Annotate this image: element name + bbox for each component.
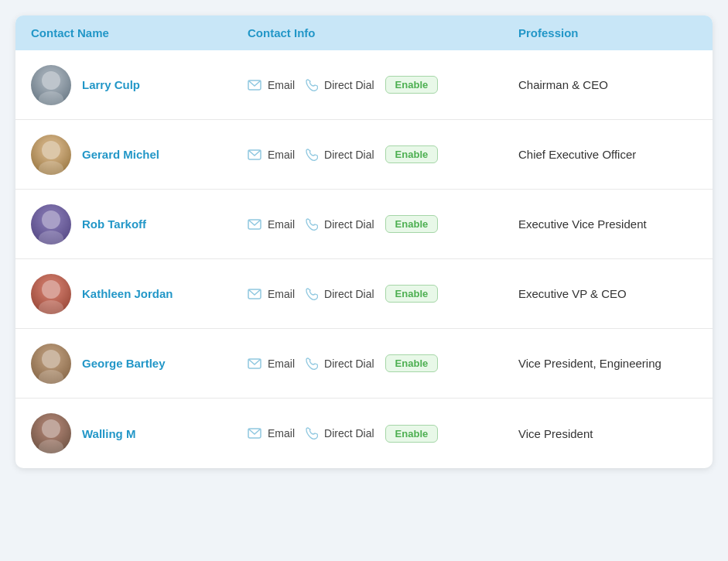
direct-dial-label: Direct Dial: [324, 357, 374, 370]
contact-name: Walling M: [82, 427, 135, 440]
contact-info-cell: Email Direct Dial Enable: [248, 76, 518, 94]
table-row: Walling M Email Direct Dial Enable Vice …: [15, 399, 713, 468]
direct-dial-label: Direct Dial: [324, 149, 374, 161]
avatar: [31, 65, 71, 105]
contact-name-cell: Larry Culp: [31, 65, 248, 105]
contact-info-cell: Email Direct Dial Enable: [248, 145, 518, 163]
direct-dial-label: Direct Dial: [324, 218, 374, 231]
enable-button[interactable]: Enable: [385, 425, 439, 443]
table-row: George Bartley Email Direct Dial Enable …: [15, 329, 713, 399]
avatar: [31, 204, 71, 245]
profession-cell: Executive Vice President: [518, 217, 697, 231]
contact-name: George Bartley: [82, 357, 166, 370]
contact-name-cell: Rob Tarkoff: [31, 204, 248, 245]
svg-point-12: [42, 350, 60, 368]
profession-cell: Chief Executive Officer: [518, 148, 697, 161]
table-body: Larry Culp Email Direct Dial Enable Chai…: [15, 50, 713, 468]
table-row: Rob Tarkoff Email Direct Dial Enable Exe…: [15, 190, 713, 259]
contact-name: Larry Culp: [82, 78, 140, 91]
svg-point-13: [39, 370, 63, 384]
email-label: Email: [268, 149, 295, 161]
enable-button[interactable]: Enable: [385, 76, 439, 94]
direct-dial-label: Direct Dial: [324, 427, 374, 440]
svg-point-0: [42, 71, 60, 90]
direct-dial-label: Direct Dial: [324, 288, 374, 300]
email-label: Email: [268, 79, 295, 91]
enable-button[interactable]: Enable: [385, 145, 439, 163]
profession-cell: Executive VP & CEO: [518, 287, 697, 300]
col-header-info: Contact Info: [248, 26, 518, 39]
table-header: Contact Name Contact Info Profession: [15, 15, 713, 50]
contact-name-cell: Gerard Michel: [31, 135, 248, 175]
profession-cell: Vice President: [518, 427, 697, 440]
col-header-name: Contact Name: [31, 26, 248, 39]
table-row: Larry Culp Email Direct Dial Enable Chai…: [15, 50, 713, 120]
svg-point-10: [39, 300, 63, 314]
svg-point-6: [42, 210, 60, 229]
contacts-table: Contact Name Contact Info Profession Lar…: [15, 15, 713, 468]
table-row: Kathleen Jordan Email Direct Dial Enable…: [15, 259, 713, 329]
email-label: Email: [268, 218, 295, 231]
contact-info-cell: Email Direct Dial Enable: [248, 354, 518, 372]
profession-cell: Vice President, Engineering: [518, 357, 697, 370]
svg-point-15: [42, 419, 60, 438]
enable-button[interactable]: Enable: [385, 215, 439, 233]
enable-button[interactable]: Enable: [385, 285, 439, 303]
avatar: [31, 135, 71, 175]
contact-name: Rob Tarkoff: [82, 217, 146, 231]
contact-name: Kathleen Jordan: [82, 287, 173, 300]
contact-name-cell: George Bartley: [31, 344, 248, 384]
email-label: Email: [268, 357, 295, 370]
svg-point-16: [39, 440, 63, 453]
direct-dial-label: Direct Dial: [324, 79, 374, 91]
profession-cell: Chairman & CEO: [518, 78, 697, 91]
contact-name-cell: Kathleen Jordan: [31, 274, 248, 314]
contact-info-cell: Email Direct Dial Enable: [248, 215, 518, 233]
table-row: Gerard Michel Email Direct Dial Enable C…: [15, 120, 713, 190]
svg-point-3: [42, 141, 60, 159]
contact-info-cell: Email Direct Dial Enable: [248, 425, 518, 443]
svg-point-9: [42, 280, 60, 299]
col-header-profession: Profession: [518, 26, 697, 39]
avatar: [31, 344, 71, 384]
svg-point-4: [39, 161, 63, 175]
contact-name-cell: Walling M: [31, 413, 248, 453]
svg-point-1: [39, 91, 63, 105]
email-label: Email: [268, 427, 295, 440]
contact-info-cell: Email Direct Dial Enable: [248, 285, 518, 303]
email-label: Email: [268, 288, 295, 300]
avatar: [31, 274, 71, 314]
contact-name: Gerard Michel: [82, 148, 159, 161]
svg-point-7: [39, 231, 63, 245]
enable-button[interactable]: Enable: [385, 354, 439, 372]
avatar: [31, 413, 71, 453]
